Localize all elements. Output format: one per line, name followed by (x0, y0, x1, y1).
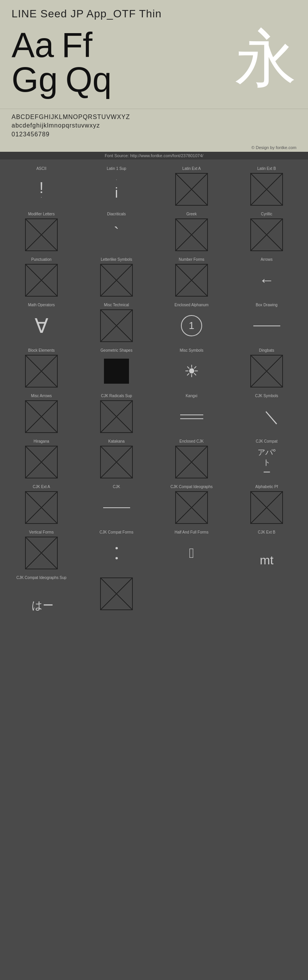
glyph-cell-dingbats: Dingbats (229, 345, 304, 391)
label-block: Block Elements (28, 348, 55, 353)
latin1sup-display: · i (100, 173, 133, 206)
glyph-cell-numforms: Number Forms (154, 254, 229, 300)
glyph-cell-hiragana: Hiragana (4, 436, 79, 482)
geo-display (100, 355, 133, 388)
glyph-cell-math: Math Operators ∀ (4, 300, 79, 345)
label-misc-arrows: Misc Arrows (31, 394, 52, 398)
latin-row-1: Aa Ff (12, 28, 227, 62)
vdot2 (116, 557, 118, 559)
glyph-cell-diacrit: Diacriticals ` (79, 209, 154, 254)
xbox-dingbats (250, 355, 283, 388)
glyph-cell-cjk-compat-sup: CJK Compat Ideographs Sup はー (4, 572, 79, 618)
label-enclosed-cjk: Enclosed CJK (179, 439, 204, 444)
glyph-cell-cjk-ext-a: CJK Ext A (4, 482, 79, 527)
alphabet-section: ABCDEFGHIJKLMNOPQRSTUVWXYZ abcdefghijklm… (0, 109, 308, 144)
glyph-cell-miscsym: Misc Symbols ☀ (154, 345, 229, 391)
glyph-cell-arrows: Arrows ← (229, 254, 304, 300)
label-greek: Greek (186, 212, 197, 216)
label-math: Math Operators (28, 303, 55, 307)
glyph-cell-latin-ext-a: Latin Ext A (154, 163, 229, 209)
header-section: LINE Seed JP App_OTF Thin Aa Ff Gg Qq 永 (0, 0, 308, 109)
glyph-cell-cjk: CJK (79, 482, 154, 527)
glyph-cell-enclosed-cjk: Enclosed CJK (154, 436, 229, 482)
xbox-block (25, 355, 58, 388)
label-latin-ext-a: Latin Ext A (182, 166, 201, 171)
sun-display: ☀ (175, 355, 208, 388)
xbox-modifier (25, 218, 58, 251)
latin-row-2: Gg Qq (12, 62, 227, 97)
copyright: © Design by fontke.com (0, 144, 308, 152)
vdot1 (116, 547, 118, 549)
xbox-cjk-compat-ideo (175, 491, 208, 524)
xbox-latin-ext-b (250, 173, 283, 206)
label-vforms: Vertical Forms (29, 530, 54, 535)
glyph-cell-cjk-sym: CJK Symbols ＼ (229, 391, 304, 436)
label-cjk-ext-a: CJK Ext A (33, 485, 50, 489)
cjkcompatsup-char: はー (32, 598, 54, 613)
label-kangxi: Kangxi (186, 394, 198, 398)
char-ff: Ff (62, 28, 92, 62)
glyph-cell-alphabetic-pf: Alphabetic Pf (229, 482, 304, 527)
xbox-cyrillic (250, 218, 283, 251)
cjkcompatsup-display: はー (25, 582, 58, 615)
label-letterlike: Letterlike Symbols (101, 257, 132, 262)
digits: 0123456789 (12, 130, 296, 139)
ascii-display: ! . (25, 173, 58, 206)
glyph-cell-enclosed: Enclosed Alphanum 1 (154, 300, 229, 345)
xbox-alphabetic-pf (250, 491, 283, 524)
glyph-cell-cjk-radicals: CJK Radicals Sup (79, 391, 154, 436)
label-cjk-radicals: CJK Radicals Sup (101, 394, 132, 398)
label-arrows: Arrows (261, 257, 273, 262)
alphabet-upper: ABCDEFGHIJKLMNOPQRSTUVWXYZ (12, 113, 296, 121)
cjksym-display: ＼ (250, 400, 283, 433)
compat-chars: アパ°トー (258, 447, 276, 477)
glyph-cell-cjk-compat-ideo: CJK Compat Ideographs (154, 482, 229, 527)
label-halffull: Half And Full Forms (175, 530, 209, 535)
label-alphabetic-pf: Alphabetic Pf (255, 485, 278, 489)
label-katakana: Katakana (108, 439, 124, 444)
boxdraw-line (253, 326, 280, 326)
cjk-line-display (100, 491, 133, 524)
label-dingbats: Dingbats (259, 348, 274, 353)
circle-one: 1 (181, 315, 202, 336)
cjk-sample-char: 永 (235, 28, 296, 89)
font-source: Font Source: http://www.fontke.com/font/… (0, 152, 308, 159)
sample-chars: Aa Ff Gg Qq 永 (12, 28, 296, 97)
label-boxdraw: Box Drawing (256, 303, 278, 307)
label-cjk: CJK (113, 485, 120, 489)
glyph-cell-modifier: Modifier Letters (4, 209, 79, 254)
glyph-cell-block: Block Elements (4, 345, 79, 391)
label-miscsym: Misc Symbols (180, 348, 204, 353)
black-square (104, 359, 129, 384)
xbox-cjk-ext-a (25, 491, 58, 524)
label-misc-tech: Misc Technical (104, 303, 129, 307)
label-geoshapes: Geometric Shapes (100, 348, 132, 353)
boxdraw-display (250, 309, 283, 342)
label-ascii: ASCII (36, 166, 46, 171)
xbox-punct (25, 264, 58, 297)
glyph-cell-geoshapes: Geometric Shapes (79, 345, 154, 391)
glyph-cell-misc-tech: Misc Technical (79, 300, 154, 345)
label-numforms: Number Forms (179, 257, 204, 262)
glyph-cell-boxdraw: Box Drawing (229, 300, 304, 345)
label-cjk-ext-b: CJK Ext B (258, 530, 276, 535)
glyph-cell-cyrillic: Cyrillic (229, 209, 304, 254)
xbox-misc-arrows (25, 400, 58, 433)
glyph-cell-halffull: Half And Full Forms  (154, 527, 229, 572)
vform-display (100, 537, 133, 569)
label-diacrit: Diacriticals (107, 212, 126, 216)
xbox-letterlike (100, 264, 133, 297)
period-char: . (41, 193, 42, 199)
glyph-cell-latin1sup: Latin 1 Sup · i (79, 163, 154, 209)
glyph-cell-punct: Punctuation (4, 254, 79, 300)
label-cjk-sym: CJK Symbols (255, 394, 278, 398)
glyph-cell-cjk-compat-forms: CJK Compat Forms (79, 527, 154, 572)
xbox-extra (100, 577, 133, 610)
font-title: LINE Seed JP App_OTF Thin (12, 8, 296, 20)
cjkcompat-display: アパ°トー (250, 446, 283, 478)
kangxi-line1 (180, 414, 203, 415)
xbox-katakana (100, 446, 133, 478)
diacrit-display: ` (100, 218, 133, 251)
latin-samples: Aa Ff Gg Qq (12, 28, 227, 97)
label-modifier: Modifier Letters (28, 212, 55, 216)
